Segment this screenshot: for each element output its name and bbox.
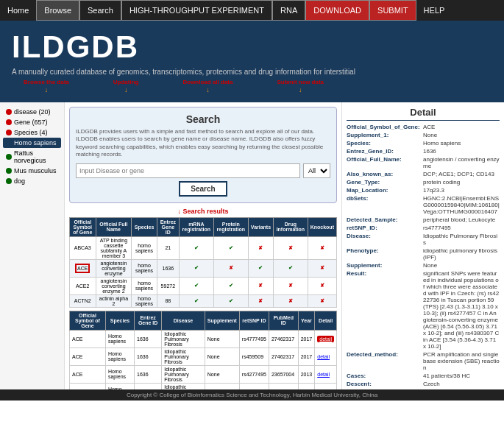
nav-rna[interactable]: RNA [272, 0, 305, 21]
sidebar-item-disease[interactable]: disease (20) [3, 107, 61, 117]
sidebar-item-gene[interactable]: Gene (657) [3, 117, 61, 127]
check-icon: ✔ [229, 245, 233, 250]
detail-value[interactable]: 27462317 [423, 389, 450, 389]
detail-field: Supplement_1:None [347, 132, 500, 138]
detail-field: Supplement:None [347, 262, 500, 269]
detail-field: Cases:41 patients/38 HC [347, 373, 500, 379]
detail-link[interactable]: detail [317, 336, 334, 342]
sidebar: disease (20) Gene (657) Species (4) Homo… [0, 102, 65, 389]
detail-field: Detected_method:PCR amplification and si… [347, 351, 500, 371]
nav-help[interactable]: HELP [416, 0, 452, 21]
detail-value: rs4777495 [423, 225, 451, 231]
sidebar-item-homo[interactable]: Homo sapiens [3, 138, 61, 148]
detail-link[interactable]: detail [317, 372, 330, 377]
detail-value: angiotensin / converting enzyme [423, 156, 500, 169]
detail-field: PubMed_ID:27462317 [347, 389, 500, 389]
label-browse: Browse the data [24, 79, 69, 85]
detail-value: significant SNPs were featured in indivi… [423, 270, 500, 350]
check-icon: ✔ [258, 265, 263, 270]
list-item: ACE [70, 383, 106, 389]
search-input[interactable] [76, 163, 300, 178]
search-button[interactable]: Search [179, 181, 227, 197]
detail-link[interactable]: detail [317, 354, 330, 359]
list-item: ACE [70, 365, 106, 383]
cross-icon: ✘ [258, 298, 263, 303]
col-symbol: Official Symbol of Gene [70, 217, 96, 236]
detail-key: Gene_Type: [347, 179, 420, 186]
label-updating: Updating [113, 79, 139, 85]
detail-key: Detected_Sample: [347, 216, 420, 223]
hero-title: ILDGDB [12, 29, 492, 65]
check-icon: ✔ [194, 265, 199, 270]
lcol-species: Species [105, 311, 134, 330]
detail-value: Czech [423, 381, 440, 387]
detail-key: Supplement: [347, 262, 420, 269]
cross-icon: ✘ [288, 283, 293, 288]
detail-field: Official_Symbol_of_Gene:ACE [347, 124, 500, 130]
detail-value: peripheral blood; Leukocyte [423, 216, 495, 223]
hero-section: ILDGDB A manually curated database of ge… [0, 21, 504, 102]
nav-hte[interactable]: HIGH-THROUGHPUT EXPERIMENT [121, 0, 272, 21]
nav-home[interactable]: Home [0, 0, 36, 21]
cross-icon: ✘ [258, 245, 263, 250]
table-row: ACTN2 [70, 294, 96, 307]
sidebar-item-rattus[interactable]: Rattus norvegicus [3, 148, 61, 166]
detail-value: None [423, 262, 437, 269]
rattus-icon [6, 154, 12, 160]
lcol-disease: Disease [162, 311, 205, 330]
detail-field: Result:significant SNPs were featured in… [347, 270, 500, 350]
label-download: Download all data [182, 79, 233, 85]
col-variants: Variants [248, 217, 273, 236]
species-select[interactable]: All [303, 163, 330, 178]
detail-key: Phenotype: [347, 247, 420, 261]
cross-icon: ✘ [320, 265, 324, 270]
nav-search[interactable]: Search [79, 0, 121, 21]
nav-download[interactable]: DOWNLOAD [305, 0, 369, 21]
detail-key: PubMed_ID: [347, 389, 420, 389]
detail-key: retSNP_ID: [347, 225, 420, 231]
search-desc: ILDGDB provides users with a simple and … [76, 128, 330, 159]
detail-field: Species:Homo sapiens [347, 140, 500, 147]
search-title: Search [76, 113, 330, 125]
detail-key: Entrez_Gene_ID: [347, 148, 420, 155]
detail-key: Map_Location: [347, 187, 420, 194]
check-icon: ✔ [229, 283, 233, 288]
detail-key: Descent: [347, 381, 420, 387]
detail-key: Also_known_as: [347, 171, 420, 177]
list-item: ACE [70, 330, 106, 347]
detail-key: Detected_method: [347, 351, 420, 371]
detail-value: idiopathic pulmonary fibrosis (IPF) [423, 247, 500, 261]
detail-field: Map_Location:17q23.3 [347, 187, 500, 194]
detail-value: 17q23.3 [423, 187, 444, 194]
nav-browse[interactable]: Browse [36, 0, 79, 21]
detail-field: dbSets:HGNC:2.NCBl|Ensembl:ENSG000001598… [347, 195, 500, 215]
navigation: Home Browse Search HIGH-THROUGHPUT EXPER… [0, 0, 504, 21]
cross-icon: ✘ [320, 245, 324, 250]
detail-key: Official_Full_Name: [347, 156, 420, 169]
detail-value: DCP; ACE1; DCP1; CD143 [423, 171, 494, 177]
nav-submit[interactable]: SUBMIT [369, 0, 416, 21]
detail-field: Also_known_as:DCP; ACE1; DCP1; CD143 [347, 171, 500, 177]
detail-field: Detected_Sample:peripheral blood; Leukoc… [347, 216, 500, 223]
sidebar-item-mus[interactable]: Mus musculus [3, 166, 61, 176]
col-species: Species [132, 217, 157, 236]
disease-icon [6, 109, 12, 115]
lcol-retsnp: retSNP ID [239, 311, 269, 330]
detail-value: None [423, 132, 437, 138]
col-fullname: Official Full Name [96, 217, 132, 236]
check-icon: ✔ [194, 245, 199, 250]
main-layout: disease (20) Gene (657) Species (4) Homo… [0, 102, 504, 389]
detail-key: Species: [347, 140, 420, 147]
detail-value: PCR amplification and single base extens… [423, 351, 500, 371]
sidebar-item-dog[interactable]: dog [3, 176, 61, 186]
detail-field: Disease:Idiopathic Pulmonary Fibrosis [347, 233, 500, 246]
sidebar-item-species[interactable]: Species (4) [3, 127, 61, 138]
check-icon: ✔ [229, 298, 233, 303]
footer: Copyright © College of Bioinformatics Sc… [0, 389, 504, 400]
detail-key: Cases: [347, 373, 420, 379]
detail-field: Entrez_Gene_ID:1636 [347, 148, 500, 155]
detail-field: Phenotype:idiopathic pulmonary fibrosis … [347, 247, 500, 261]
cross-icon: ✘ [258, 283, 263, 288]
lcol-entrez: Entrez Gene ID [135, 311, 162, 330]
lcol-pubmed: PubMed ID [269, 311, 298, 330]
